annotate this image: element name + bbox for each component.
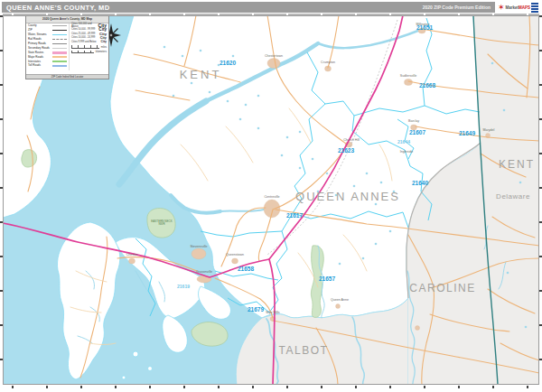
islet: [148, 367, 153, 371]
legend-swatch-secondary: [52, 48, 67, 49]
legend-road-rows: CountyZIPWater, StreamsRail RoadsPrimary…: [26, 23, 69, 70]
legend-swatch-state: [52, 51, 67, 54]
legend-row-label: Toll Roads: [28, 64, 51, 67]
legend-swatch-primary: [52, 43, 67, 44]
legend-row-label: Rail Roads: [28, 38, 51, 41]
scale-label: kilometers: [96, 51, 107, 53]
scale-ruler: [71, 51, 94, 54]
legend-swatch-interstate: [52, 61, 67, 63]
legend-row-label: Major Roads: [28, 56, 51, 59]
grid-ticks-bottom: [3, 386, 539, 388]
park-west-shore: [22, 150, 37, 168]
edition-label: 2020 ZIP Code Premium Edition: [423, 5, 491, 10]
legend-city-label: Cities 25,000 - 49,999: [71, 33, 99, 36]
logo-star-icon: ✶: [498, 4, 505, 12]
scale-ruler: [71, 45, 99, 49]
legend-row-label: County: [28, 24, 51, 27]
legend-title: 2020 Queen Anne's County, MD Map: [26, 16, 108, 23]
map-page: QUEEN ANNE'S COUNTY, MD 2020 ZIP Code Pr…: [0, 0, 542, 392]
legend-swatch-zip: [52, 30, 67, 31]
logo-text: MarketMAPS: [506, 5, 531, 10]
legend-row-label: Secondary Roads: [28, 47, 51, 50]
scale-label: miles: [101, 46, 107, 49]
park-eastern-neck: [147, 208, 175, 238]
legend-city-sample: City: [101, 41, 107, 43]
legend-swatch-rail: [52, 39, 67, 40]
islet: [133, 351, 138, 357]
legend-city-label: Cities 50,000 - 99,999: [71, 29, 98, 32]
legend-box: 2020 Queen Anne's County, MD Map CountyZ…: [25, 15, 109, 79]
title-bar: QUEEN ANNE'S COUNTY, MD 2020 ZIP Code Pr…: [2, 2, 495, 13]
legend-row-label: State Routes: [28, 51, 51, 54]
legend-footer: ZIP Code Index/Grid Locator: [26, 74, 108, 79]
legend-city-label: Cities 9,999 and Below: [71, 42, 101, 44]
legend-swatch-county: [52, 25, 67, 26]
page-title: QUEEN ANNE'S COUNTY, MD: [6, 4, 109, 12]
legend-row-label: ZIP: [28, 29, 51, 32]
logo-badge: [531, 3, 538, 13]
legend-row-label: Interstates: [28, 61, 51, 63]
legend-swatch-major: [52, 56, 67, 59]
legend-row: Toll Roads: [28, 64, 67, 69]
legend-swatch-water: [52, 34, 67, 35]
islet: [122, 376, 126, 379]
legend-city-label: Cities 10,000 - 24,999: [71, 37, 100, 40]
legend-row-label: Water, Streams: [28, 33, 51, 36]
legend-scale-bar: kilometers: [71, 50, 107, 55]
legend-swatch-toll: [52, 65, 67, 68]
marketmaps-logo: ✶ MarketMAPS: [498, 1, 539, 14]
legend-row-label: Primary Roads: [28, 42, 51, 45]
legend-city-rows: Cities 100,000 and AboveCityCities 50,00…: [69, 23, 108, 70]
